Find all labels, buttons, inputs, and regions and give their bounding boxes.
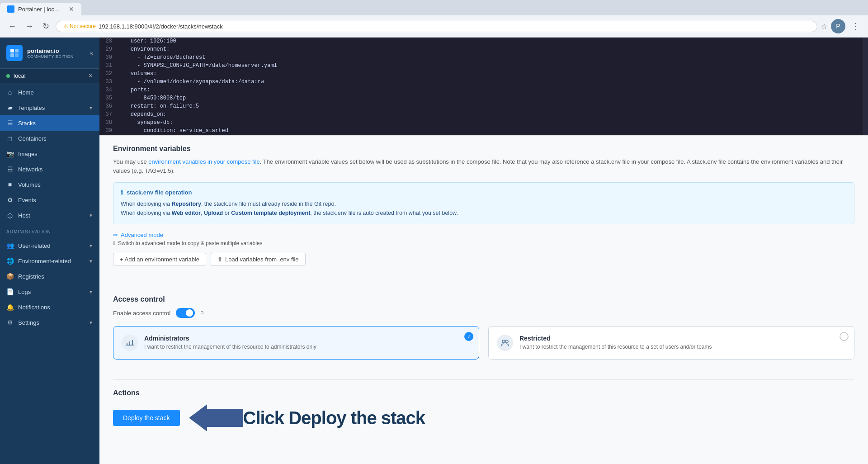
- sidebar-item-events[interactable]: ⚙ Events: [0, 192, 99, 208]
- sidebar-item-notifications[interactable]: 🔔 Notifications: [0, 299, 99, 315]
- advanced-mode-toggle[interactable]: ✏ Advanced mode: [113, 232, 854, 238]
- sidebar-item-env-related[interactable]: 🌐 Environment-related ▼: [0, 253, 99, 269]
- info-box-heading: stack.env file operation: [127, 189, 192, 196]
- restricted-desc: I want to restrict the management of thi…: [519, 344, 712, 350]
- tab-favicon: [7, 5, 14, 13]
- tab-close-icon[interactable]: ✕: [69, 5, 74, 13]
- line-number: 30: [99, 54, 118, 62]
- sidebar-item-home[interactable]: ⌂ Home: [0, 85, 99, 100]
- switch-mode-hint: ℹ Switch to advanced mode to copy & past…: [113, 240, 854, 246]
- administrators-icon: [122, 335, 138, 351]
- code-line: 29 environment:: [99, 46, 863, 54]
- line-number: 31: [99, 62, 118, 70]
- line-content: - TZ=Europe/Bucharest: [118, 54, 205, 62]
- restricted-radio-indicator: [840, 332, 849, 341]
- sidebar-item-stacks[interactable]: ☰ Stacks: [0, 115, 99, 131]
- sidebar-collapse-button[interactable]: «: [90, 49, 93, 57]
- administrators-card[interactable]: Administrators I want to restrict the ma…: [113, 326, 479, 360]
- registries-icon: 📦: [6, 273, 14, 280]
- line-number: 37: [99, 111, 118, 118]
- administrators-selected-indicator: [464, 332, 473, 341]
- networks-label: Networks: [18, 166, 93, 173]
- main-content: 28 user: 1026:100 29 environment: 30 - T…: [99, 38, 868, 464]
- browser-tabs: Portainer | loc... ✕: [0, 0, 868, 15]
- info-line-1: When deploying via Repository, the stack…: [121, 199, 847, 208]
- events-icon: ⚙: [6, 196, 14, 204]
- templates-icon: ▰: [6, 104, 14, 111]
- events-label: Events: [18, 197, 93, 204]
- line-content: - /volume1/docker/synapse/data:/data:rw: [118, 79, 264, 86]
- sidebar-nav: ⌂ Home ▰ Templates ▼ ☰ Stacks ◻ Containe…: [0, 83, 99, 225]
- bookmark-button[interactable]: ☆: [821, 22, 827, 31]
- tab-label: Portainer | loc...: [18, 6, 59, 13]
- logo-edition: COMMUNITY EDITION: [27, 54, 74, 59]
- svg-point-8: [502, 340, 505, 343]
- user-icon: 👥: [6, 242, 14, 249]
- app-container: portainer.io COMMUNITY EDITION « local ✕…: [0, 38, 868, 464]
- sidebar-item-registries[interactable]: 📦 Registries: [0, 269, 99, 284]
- sidebar-item-settings[interactable]: ⚙ Settings ▼: [0, 315, 99, 330]
- add-env-variable-button[interactable]: + Add an environment variable: [113, 253, 206, 266]
- access-control-help-icon[interactable]: ?: [200, 310, 203, 317]
- sidebar-item-user-related[interactable]: 👥 User-related ▼: [0, 238, 99, 253]
- forward-button[interactable]: →: [23, 21, 36, 32]
- line-number: 28: [99, 38, 118, 45]
- load-variables-label: Load variables from .env file: [225, 256, 299, 263]
- sidebar-item-images[interactable]: 📷 Images: [0, 146, 99, 161]
- toolbar-right: ☆: [821, 22, 827, 31]
- sidebar-item-host[interactable]: ◵ Host ▼: [0, 208, 99, 223]
- enable-access-control-toggle[interactable]: [176, 308, 195, 318]
- svg-rect-2: [10, 53, 14, 57]
- menu-button[interactable]: ⋮: [849, 20, 863, 32]
- svg-marker-10: [189, 404, 243, 431]
- warning-icon: ⚠: [63, 23, 68, 29]
- settings-icon: ⚙: [6, 319, 14, 326]
- logs-chevron-icon: ▼: [89, 289, 93, 294]
- user-related-label: User-related: [18, 242, 84, 249]
- address-bar[interactable]: ⚠ Not secure 192.168.1.18:9000/#!/2/dock…: [56, 21, 817, 32]
- deploy-stack-button[interactable]: Deploy the stack: [113, 410, 180, 426]
- env-section-description: You may use environment variables in you…: [113, 157, 854, 175]
- templates-label: Templates: [18, 104, 84, 111]
- load-variables-button[interactable]: ⇧ Load variables from .env file: [211, 253, 306, 266]
- sidebar-item-logs[interactable]: 📄 Logs ▼: [0, 284, 99, 299]
- stackenv-info-box: ℹ stack.env file operation When deployin…: [113, 182, 854, 224]
- user-related-chevron-icon: ▼: [89, 243, 93, 248]
- sidebar-item-templates[interactable]: ▰ Templates ▼: [0, 100, 99, 115]
- volumes-label: Volumes: [18, 181, 93, 188]
- settings-chevron-icon: ▼: [89, 320, 93, 325]
- access-control-cards: Administrators I want to restrict the ma…: [113, 326, 854, 360]
- line-content: ports:: [118, 87, 150, 94]
- sidebar-item-volumes[interactable]: ■ Volumes: [0, 177, 99, 192]
- edit-icon: ✏: [113, 232, 118, 238]
- restricted-title: Restricted: [519, 335, 712, 342]
- scrollbar[interactable]: [863, 38, 868, 135]
- line-number: 33: [99, 79, 118, 86]
- local-close-icon[interactable]: ✕: [88, 72, 93, 79]
- code-line: 35 - 8450:8008/tcp: [99, 95, 863, 103]
- logo-text-block: portainer.io COMMUNITY EDITION: [27, 47, 74, 59]
- restricted-card[interactable]: Restricted I want to restrict the manage…: [488, 326, 854, 360]
- logo-icon: [6, 45, 23, 61]
- info-box-title: ℹ stack.env file operation: [121, 189, 847, 196]
- reload-button[interactable]: ↻: [40, 20, 52, 32]
- actions-section: Actions Deploy the stack Click Deploy th…: [99, 380, 868, 450]
- logs-icon: 📄: [6, 288, 14, 295]
- home-icon: ⌂: [6, 89, 14, 96]
- not-secure-text: Not secure: [70, 23, 96, 29]
- settings-label: Settings: [18, 319, 84, 326]
- local-label: local: [14, 72, 26, 79]
- back-button[interactable]: ←: [5, 21, 19, 32]
- enable-access-control-label: Enable access control: [113, 310, 170, 317]
- env-compose-link[interactable]: environment variables in your compose fi…: [148, 158, 259, 165]
- host-chevron-icon: ▼: [89, 213, 93, 218]
- active-tab[interactable]: Portainer | loc... ✕: [0, 3, 81, 15]
- line-number: 38: [99, 119, 118, 127]
- notifications-label: Notifications: [18, 304, 93, 311]
- logo-brand: portainer.io: [27, 47, 74, 54]
- sidebar-item-containers[interactable]: ◻ Containers: [0, 131, 99, 146]
- home-label: Home: [18, 89, 93, 96]
- profile-avatar[interactable]: P: [831, 19, 845, 33]
- sidebar-item-networks[interactable]: ☶ Networks: [0, 161, 99, 177]
- line-number: 39: [99, 128, 118, 135]
